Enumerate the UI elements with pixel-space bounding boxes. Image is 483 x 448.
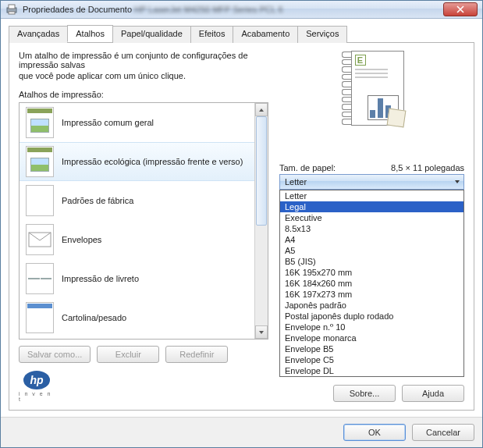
paper-size-option[interactable]: Envelope n.º 10 [280,322,463,332]
e-mark-icon: E [355,55,366,66]
page-curl-icon [386,108,406,128]
paper-size-option[interactable]: 16K 197x273 mm [280,289,463,300]
shortcuts-list-inner: Impressão comum geral Impressão ecológic… [20,103,254,339]
list-item[interactable]: Envelopes [20,220,254,259]
hp-logo-sub: i n v e n t [19,391,55,402]
save-as-button[interactable]: Salvar como... [19,346,91,363]
paper-size-option[interactable]: Executive [280,212,463,223]
paper-size-option[interactable]: B5 (JIS) [280,256,463,267]
paper-size-dropdown[interactable]: LetterLegalExecutive8.5x13A4A5B5 (JIS)16… [279,190,464,377]
about-button[interactable]: Sobre... [333,385,396,402]
list-item-label: Padrões de fábrica [62,196,133,205]
paper-size-option[interactable]: Legal [280,201,463,212]
scroll-track[interactable] [255,116,268,325]
description-line2: que você pode aplicar com um único cliqu… [19,71,268,80]
list-item[interactable]: Impressão ecológica (impressão frente e … [20,142,254,181]
hp-logo: hp i n v e n t [19,371,55,402]
list-item-label: Impressão de livreto [62,274,139,283]
client-area: Avançadas Atalhos Papel/qualidade Efeito… [1,19,482,417]
window-title: Propriedades de Documento HP LaserJet M4… [23,5,443,14]
delete-button[interactable]: Excluir [97,346,159,363]
paper-size-option[interactable]: A5 [280,245,463,256]
paper-size-option[interactable]: Envelope B5 [280,343,463,354]
shortcuts-label: Atalhos de impressão: [19,90,268,99]
cancel-button[interactable]: Cancelar [412,424,474,441]
tab-panel: Um atalho de impressão é um conjunto de … [9,43,474,411]
list-item[interactable]: Impressão comum geral [20,103,254,142]
list-item-label: Impressão ecológica (impressão frente e … [62,157,243,166]
dialog-window: Propriedades de Documento HP LaserJet M4… [0,0,483,448]
window-title-text: Propriedades de Documento [23,5,132,14]
paper-size-label: Tam. de papel: [279,163,336,172]
list-item[interactable]: Impressão de livreto [20,259,254,298]
shortcuts-listbox[interactable]: Impressão comum geral Impressão ecológic… [19,102,268,340]
paper-size-option[interactable]: Envelope C5 [280,354,463,365]
dialog-buttons: OK Cancelar [1,417,482,447]
tab-papel-qualidade[interactable]: Papel/qualidade [112,26,191,43]
right-column: E Tam. de papel: 8,5 × 11 polegadas Lett… [279,51,464,363]
page-e-icon [26,146,54,177]
tab-atalhos[interactable]: Atalhos [67,25,113,42]
help-button[interactable]: Ajuda [402,385,464,402]
window-title-device: HP LaserJet M4250 MFP Series PCL 6 [134,5,283,14]
scroll-down-button[interactable] [255,325,268,339]
tab-avancadas[interactable]: Avançadas [9,26,68,43]
close-button[interactable] [443,2,478,16]
scroll-thumb[interactable] [256,116,267,226]
hp-logo-disc: hp [23,371,50,389]
scroll-up-button[interactable] [255,103,268,116]
spiral-binding-icon [340,51,351,126]
left-column: Um atalho de impressão é um conjunto de … [19,51,268,363]
scrollbar[interactable] [254,103,268,339]
paper-size-option[interactable]: 16K 184x260 mm [280,278,463,289]
list-item-label: Cartolina/pesado [62,313,126,322]
paper-size-option[interactable]: Japonês padrão [280,300,463,311]
tab-strip: Avançadas Atalhos Papel/qualidade Efeito… [9,25,474,43]
titlebar[interactable]: Propriedades de Documento HP LaserJet M4… [1,1,482,19]
paper-size-option[interactable]: Letter [280,190,463,201]
paper-size-option[interactable]: Envelope DL [280,365,463,376]
chevron-down-icon[interactable] [451,175,463,189]
page-c-icon [26,302,54,333]
envelope-icon [26,224,54,255]
tab-servicos[interactable]: Serviços [297,26,347,43]
tab-acabamento[interactable]: Acabamento [233,26,298,43]
list-item[interactable]: Cartolina/pesado [20,298,254,337]
paper-size-selected: Letter [285,177,307,187]
paper-size-dims: 8,5 × 11 polegadas [391,163,464,172]
paper-size-combobox[interactable]: Letter LetterLegalExecutive8.5x13A4A5B5 … [279,174,464,190]
tab-efeitos[interactable]: Efeitos [190,26,234,43]
booklet-icon [26,263,54,294]
ok-button[interactable]: OK [343,424,406,441]
list-item-label: Envelopes [62,235,101,244]
shortcut-buttons-row: Salvar como... Excluir Redefinir [19,346,268,363]
description-line1: Um atalho de impressão é um conjunto de … [19,51,268,69]
paper-size-option[interactable]: 16K 195x270 mm [280,267,463,278]
printer-icon [5,3,18,16]
list-item[interactable]: Padrões de fábrica [20,181,254,220]
page-preview-sheet: E [351,51,404,126]
list-item-label: Impressão comum geral [62,118,154,127]
paper-size-option[interactable]: 8.5x13 [280,223,463,234]
paper-size-option[interactable]: A4 [280,234,463,245]
page-e-icon [26,107,54,138]
paper-size-option[interactable]: Postal japonês duplo rodado [280,311,463,322]
svg-rect-1 [9,5,15,9]
page-preview: E [340,51,404,126]
page-blank-icon [26,185,54,216]
svg-rect-2 [9,12,15,14]
reset-button[interactable]: Redefinir [165,346,228,363]
panel-buttons-row: Sobre... Ajuda [333,385,464,402]
paper-size-option[interactable]: Envelope monarca [280,332,463,343]
